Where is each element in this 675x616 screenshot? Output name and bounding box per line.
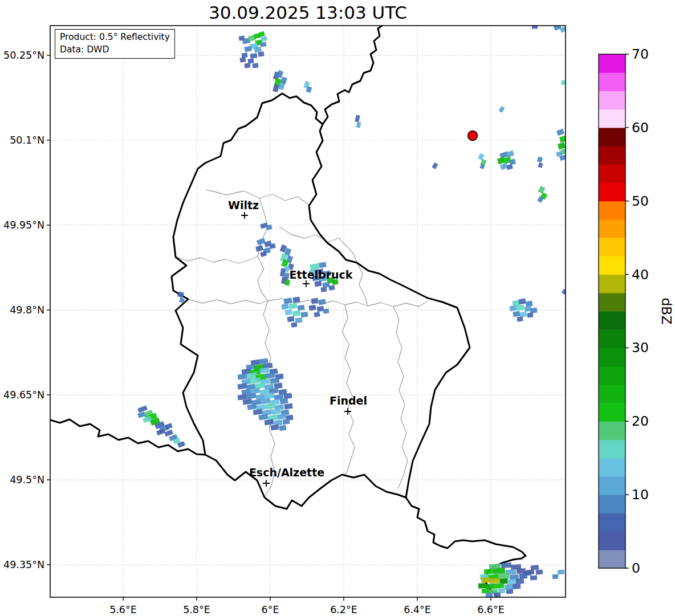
x-tick-label: 5.8°E bbox=[183, 604, 210, 615]
radar-map-figure: WiltzEttelbruckFindelEsch/Alzette5.6°E5.… bbox=[0, 0, 675, 616]
radar-echo-bin bbox=[314, 281, 322, 287]
radar-echo-bin bbox=[486, 593, 493, 598]
colorbar-segment bbox=[599, 54, 625, 73]
radar-echo-bin bbox=[536, 570, 543, 575]
radar-echo-bin bbox=[314, 312, 320, 317]
city-annotations: WiltzEttelbruckFindelEsch/Alzette bbox=[228, 199, 367, 487]
radar-echo-bin bbox=[506, 589, 514, 594]
radar-echo-bin bbox=[558, 570, 565, 575]
radar-echo-bin bbox=[478, 583, 487, 589]
colorbar-segment bbox=[599, 366, 625, 385]
colorbar-segment bbox=[599, 385, 625, 403]
radar-echo-bin bbox=[481, 577, 491, 583]
radar-echo-bin bbox=[237, 383, 247, 389]
district-border bbox=[393, 307, 408, 489]
radar-echo-bin bbox=[165, 423, 173, 430]
colorbar-segment bbox=[599, 348, 625, 366]
colorbar-tick-label: 10 bbox=[632, 487, 649, 503]
radar-echo-bin bbox=[505, 584, 513, 590]
radar-echo-bin bbox=[258, 414, 268, 420]
radar-echo-bin bbox=[355, 115, 360, 122]
radar-echo-bin bbox=[253, 409, 262, 415]
colorbar-segment bbox=[599, 256, 625, 275]
data-source-line: Data: DWD bbox=[60, 43, 170, 56]
radar-echo-bin bbox=[559, 136, 567, 143]
radar-echo-bin bbox=[284, 309, 292, 316]
radar-echo-bin bbox=[261, 36, 267, 42]
colorbar-segment bbox=[599, 550, 625, 569]
plot-frame bbox=[50, 26, 566, 597]
city-label-esch-alzette: Esch/Alzette bbox=[249, 466, 324, 479]
radar-echo-bin bbox=[537, 156, 543, 162]
radar-echo-bin bbox=[281, 304, 288, 310]
radar-echo-bin bbox=[562, 289, 567, 295]
radar-echo-bin bbox=[250, 53, 258, 59]
radar-echo-bin bbox=[270, 377, 279, 384]
colorbar-tick-label: 60 bbox=[632, 120, 649, 136]
colorbar-tick-label: 40 bbox=[632, 267, 649, 283]
city-label-ettelbruck: Ettelbruck bbox=[290, 268, 353, 281]
colorbar-segment bbox=[599, 495, 625, 513]
radar-echo-bin bbox=[271, 408, 280, 414]
radar-echo-bin bbox=[297, 305, 304, 311]
radar-echo-bin bbox=[518, 299, 526, 305]
radar-echo-bin bbox=[558, 142, 566, 150]
radar-echo-bin bbox=[270, 425, 279, 431]
colorbar-segment bbox=[599, 440, 625, 459]
x-tick-label: 6.2°E bbox=[330, 604, 357, 615]
y-tick-label: 49.35°N bbox=[3, 559, 44, 570]
country-border bbox=[323, 26, 382, 124]
radar-echo-bin bbox=[265, 403, 275, 409]
city-marker-esch-alzette bbox=[263, 480, 270, 487]
colorbar-segment bbox=[599, 219, 625, 238]
radar-echo-bin bbox=[356, 121, 361, 128]
radar-echo-bin bbox=[260, 251, 267, 257]
radar-echo-bin bbox=[244, 46, 251, 52]
colorbar-segment bbox=[599, 183, 625, 202]
radar-echo-bin bbox=[494, 593, 501, 598]
colorbar-segment bbox=[599, 109, 625, 128]
colorbar-segment bbox=[599, 329, 625, 348]
radar-echo-bin bbox=[288, 303, 297, 309]
radar-echo-bin bbox=[274, 383, 282, 389]
radar-echo-bin bbox=[258, 51, 264, 56]
radar-echo-bin bbox=[318, 299, 326, 305]
y-tick-label: 49.8°N bbox=[10, 304, 44, 316]
radar-echo-bin bbox=[538, 162, 543, 168]
colorbar-tick-label: 20 bbox=[632, 413, 649, 429]
radar-echo-bin bbox=[320, 287, 327, 292]
radar-echo-bin bbox=[513, 584, 521, 589]
radar-echo-bin bbox=[531, 565, 539, 570]
colorbar-segment bbox=[599, 275, 625, 293]
radar-echo-bin bbox=[319, 262, 326, 268]
radar-echo-bin bbox=[495, 583, 505, 589]
radar-echo-bin bbox=[255, 245, 263, 252]
colorbar-segment bbox=[599, 311, 625, 330]
colorbar-segment bbox=[599, 532, 625, 550]
radar-echo-bin bbox=[247, 403, 257, 410]
radar-echo-bin bbox=[292, 311, 300, 317]
radar-echo-bin bbox=[244, 63, 250, 68]
radar-echo-bin bbox=[530, 576, 538, 581]
radar-echo-bin bbox=[501, 562, 512, 568]
y-tick-label: 50.25°N bbox=[3, 50, 44, 61]
radar-echo-bin bbox=[252, 63, 258, 68]
x-tick-label: 6.4°E bbox=[404, 604, 431, 615]
radar-echo-bin bbox=[241, 52, 247, 58]
radar-echo-bin bbox=[507, 579, 517, 585]
colorbar: 010203040506070dBZ bbox=[599, 46, 674, 576]
colorbar-segment bbox=[599, 293, 625, 312]
radar-echo-bin bbox=[328, 285, 335, 290]
radar-echo-bin bbox=[498, 106, 505, 113]
map-plot-area: WiltzEttelbruckFindelEsch/Alzette bbox=[50, 24, 567, 597]
radar-echo-bin bbox=[527, 312, 533, 317]
figure-canvas: 30.09.2025 13:03 UTC Product: 0.5° Refle… bbox=[0, 0, 675, 616]
district-border bbox=[188, 299, 428, 307]
colorbar-segment bbox=[599, 458, 625, 477]
radar-echo-bin bbox=[486, 584, 495, 589]
colorbar-segment bbox=[599, 238, 625, 256]
radar-echo-bin bbox=[530, 308, 537, 314]
radar-echo-bin bbox=[283, 297, 292, 304]
radar-echo-bin bbox=[279, 425, 286, 431]
radar-echo-bin bbox=[258, 31, 265, 37]
